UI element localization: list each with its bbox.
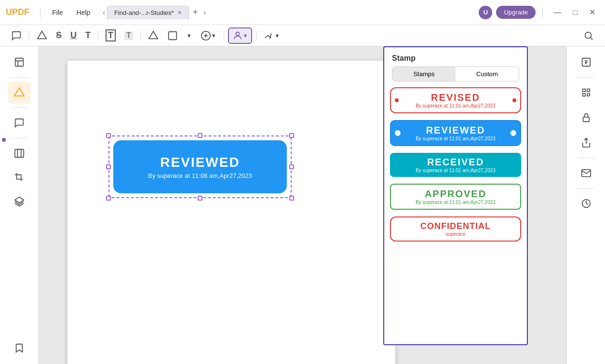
stamp-button[interactable]: ▼: [228, 27, 253, 44]
pages-button[interactable]: [8, 51, 30, 73]
comment-list-button[interactable]: [8, 112, 30, 134]
maximize-button[interactable]: □: [569, 6, 581, 19]
shape2-button[interactable]: ▼: [197, 28, 220, 43]
reviewed-title: REVIEWED: [426, 125, 485, 136]
comment-button[interactable]: [8, 28, 25, 43]
file-menu[interactable]: File: [47, 7, 68, 18]
highlight-button[interactable]: [33, 28, 51, 43]
handle-bot-left[interactable]: [106, 196, 111, 201]
stamp-item-confidential[interactable]: CONFIDENTIAL superace: [390, 216, 521, 242]
underline-icon: U: [70, 30, 77, 40]
crop-button[interactable]: [8, 166, 30, 189]
upgrade-label: Upgrade: [504, 9, 528, 16]
svg-rect-3: [15, 58, 23, 67]
sidebar-div1: [11, 77, 28, 78]
tab-nav-prev[interactable]: ‹: [101, 7, 107, 18]
right-div2: [578, 158, 595, 158]
layers-button[interactable]: [8, 190, 30, 213]
rectangle-btn[interactable]: ▼: [183, 31, 195, 40]
add-tab-button[interactable]: +: [189, 5, 202, 19]
toolbar-div3: [140, 30, 141, 41]
shape-button[interactable]: [164, 28, 181, 43]
reviewed-stamp-on-page[interactable]: REVIEWED By superace at 11:08 am,Apr27,2…: [106, 133, 294, 201]
pdf-page: REVIEWED By superace at 11:08 am,Apr27,2…: [67, 61, 395, 364]
search-button[interactable]: [580, 28, 597, 43]
text-button[interactable]: T: [82, 28, 94, 42]
revised-title: REVISED: [431, 92, 480, 103]
approved-title: APPROVED: [425, 189, 486, 200]
handle-mid-right[interactable]: [289, 164, 294, 169]
stamp-subtitle-text: By superace at 11:08 am,Apr27,2023: [148, 172, 252, 179]
divider2: [542, 8, 543, 17]
ocr-button[interactable]: [575, 51, 597, 73]
stamp-container: REVIEWED By superace at 11:08 am,Apr27,2…: [106, 133, 294, 201]
underline-button[interactable]: U: [67, 28, 80, 42]
sign-button[interactable]: ▼: [260, 28, 283, 43]
protect-button[interactable]: [575, 107, 597, 129]
upgrade-button[interactable]: Upgrade: [496, 6, 536, 19]
tab-label: Find-and-...r-Studies*: [114, 9, 174, 16]
text3-icon: T: [124, 31, 133, 40]
sidebar-bottom: [8, 337, 30, 359]
stamp-item-revised[interactable]: REVISED By superace at 11:01 am,Apr27,20…: [390, 87, 521, 113]
stamp-item-reviewed[interactable]: REVIEWED By superace at 11:01 am,Apr27,2…: [390, 120, 521, 146]
right-div3: [578, 188, 595, 189]
text3-button[interactable]: T: [121, 29, 136, 42]
handle-top-right[interactable]: [289, 133, 294, 138]
content-area: REVIEWED By superace at 11:08 am,Apr27,2…: [39, 46, 566, 364]
handle-bot-mid[interactable]: [198, 196, 202, 201]
pages2-button[interactable]: [8, 142, 30, 164]
handle-bot-right[interactable]: [289, 196, 294, 201]
stamp-list: REVISED By superace at 11:01 am,Apr27,20…: [384, 87, 527, 345]
toolbar-div1: [29, 30, 29, 41]
tab-custom[interactable]: Custom: [456, 67, 519, 81]
dropdown-icon: ▼: [187, 33, 192, 39]
stamp-item-received[interactable]: RECEIVED By superace at 11:01 am,Apr27,2…: [390, 153, 521, 177]
received-sub: By superace at 11:01 am,Apr27,2023: [416, 168, 496, 173]
handle-top-mid[interactable]: [198, 133, 202, 138]
share-button[interactable]: [575, 132, 597, 154]
received-stamp-display: RECEIVED By superace at 11:01 am,Apr27,2…: [390, 153, 521, 177]
save-button[interactable]: [575, 192, 597, 215]
tab-close-button[interactable]: ×: [178, 9, 182, 16]
svg-rect-0: [169, 31, 177, 40]
revised-sub: By superace at 11:01 am,Apr27,2023: [416, 103, 496, 108]
svg-point-2: [585, 32, 592, 38]
tab-nav-next[interactable]: ›: [202, 7, 208, 18]
help-menu[interactable]: Help: [72, 7, 95, 18]
sidebar-div3: [11, 138, 28, 138]
right-sidebar: [566, 46, 605, 364]
right-div1: [578, 77, 595, 78]
strikethrough-icon: S: [56, 30, 62, 40]
sign-dropdown-icon: ▼: [274, 33, 280, 39]
eraser-button[interactable]: [145, 28, 162, 43]
reviewed-sub: By superace at 11:01 am,Apr27,2023: [416, 136, 496, 141]
email-button[interactable]: [575, 162, 597, 184]
main-area: REVIEWED By superace at 11:08 am,Apr27,2…: [0, 46, 605, 364]
revised-stamp-display: REVISED By superace at 11:01 am,Apr27,20…: [390, 87, 521, 113]
stamp-box: REVIEWED By superace at 11:08 am,Apr27,2…: [113, 140, 287, 193]
bookmark-button[interactable]: [8, 337, 30, 359]
tab-stamps[interactable]: Stamps: [392, 67, 456, 81]
title-right: U Upgrade — □ ✕: [479, 6, 599, 19]
text-icon: T: [85, 30, 91, 40]
close-button[interactable]: ✕: [585, 6, 599, 19]
stamp-panel: Stamp Stamps Custom REVISED By superace …: [383, 46, 528, 345]
active-tab[interactable]: Find-and-...r-Studies* ×: [107, 6, 189, 19]
dropdown2-icon: ▼: [211, 33, 216, 39]
minimize-button[interactable]: —: [550, 6, 565, 19]
avatar: U: [479, 6, 492, 19]
convert-button[interactable]: [575, 81, 597, 104]
handle-mid-left[interactable]: [106, 164, 111, 169]
left-sidebar: [0, 46, 39, 364]
annotation-button[interactable]: [8, 81, 30, 104]
panel-tabs: Stamps Custom: [392, 67, 519, 81]
handle-top-left[interactable]: [106, 133, 111, 138]
approved-stamp-display: APPROVED By superace at 11:01 am,Apr27,2…: [390, 184, 521, 210]
strikethrough-button[interactable]: S: [53, 28, 65, 42]
stamp-title-text: REVIEWED: [160, 155, 240, 170]
stamp-dropdown-icon: ▼: [243, 33, 248, 39]
text2-button[interactable]: T: [102, 27, 119, 43]
panel-title: Stamp: [384, 47, 527, 67]
stamp-item-approved[interactable]: APPROVED By superace at 11:01 am,Apr27,2…: [390, 184, 521, 210]
